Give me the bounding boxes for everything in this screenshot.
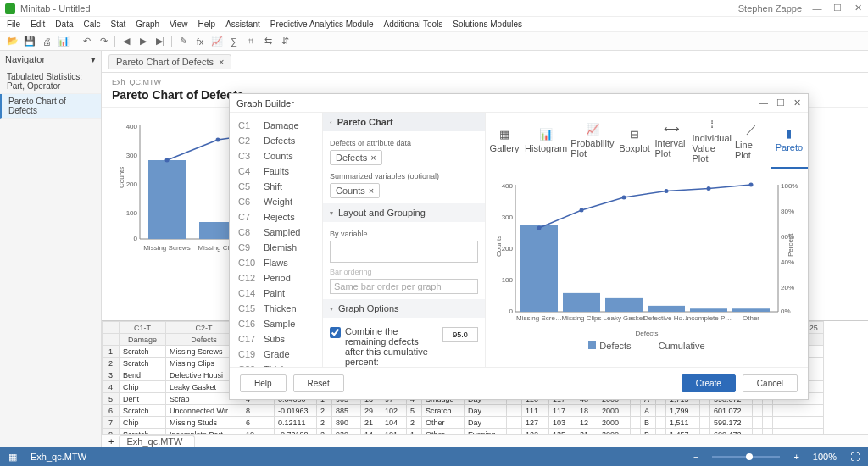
cumulative-percent-input[interactable] [442, 327, 478, 342]
menu-file[interactable]: File [7, 19, 20, 29]
chart-type-line-plot[interactable]: ／Line Plot [733, 113, 771, 169]
dialog-close-icon[interactable]: ✕ [793, 97, 801, 108]
chart-type-histogram[interactable]: 📊Histogram [523, 113, 569, 169]
svg-point-41 [749, 183, 754, 187]
menu-additional-tools[interactable]: Additional Tools [383, 19, 442, 29]
chart-type-boxplot[interactable]: ⊟Boxplot [615, 113, 653, 169]
column-item[interactable]: C4Faults [230, 164, 322, 179]
back-icon[interactable]: ‹ [330, 119, 332, 126]
column-item[interactable]: C15Thicken [230, 301, 322, 316]
svg-point-9 [165, 158, 170, 163]
menu-stat[interactable]: Stat [111, 19, 126, 29]
dialog-maximize-icon[interactable]: ☐ [776, 97, 785, 108]
column-item[interactable]: C3Counts [230, 148, 322, 164]
tool-icon-7[interactable]: ⇵ [279, 36, 291, 47]
nav-last-icon[interactable]: ▶| [154, 36, 166, 47]
svg-text:100: 100 [502, 276, 514, 284]
chip-remove-icon[interactable]: × [370, 153, 376, 163]
cancel-button[interactable]: Cancel [743, 374, 798, 392]
open-icon[interactable]: 📂 [7, 36, 19, 47]
status-sheets-icon[interactable]: ▦ [8, 452, 17, 463]
column-list[interactable]: C1DamageC2DefectsC3CountsC4FaultsC5Shift… [230, 113, 323, 367]
print-icon[interactable]: 🖨 [41, 36, 53, 47]
column-item[interactable]: C5Shift [230, 179, 322, 194]
sheet-tab[interactable]: Exh_qc.MTW [119, 435, 195, 447]
menu-view[interactable]: View [170, 19, 188, 29]
nav-back-icon[interactable]: ◀ [120, 36, 132, 47]
menu-predictive-analytics-module[interactable]: Predictive Analytics Module [270, 19, 374, 29]
sheet-add-icon[interactable]: + [108, 436, 114, 447]
tab-close-icon[interactable]: × [219, 57, 224, 67]
column-item[interactable]: C12Period [230, 270, 322, 286]
zoom-in-icon[interactable]: + [793, 452, 798, 462]
nav-item[interactable]: Pareto Chart of Defects [0, 94, 101, 119]
column-item[interactable]: C10Flaws [230, 255, 322, 270]
navigator-menu-icon[interactable]: ▾ [91, 54, 96, 65]
column-item[interactable]: C16Sample [230, 316, 322, 331]
tool-icon-1[interactable]: ✎ [177, 36, 189, 47]
column-item[interactable]: C9Blemish [230, 240, 322, 255]
menu-edit[interactable]: Edit [31, 19, 45, 29]
column-item[interactable]: C19Grade [230, 347, 322, 362]
chart-type-probability-plot[interactable]: 📈Probability Plot [569, 113, 615, 169]
layout-header: ▾Layout and Grouping [323, 203, 485, 222]
chart-icon[interactable]: 📊 [58, 36, 70, 47]
tool-icon-4[interactable]: ∑ [228, 36, 240, 47]
undo-icon[interactable]: ↶ [81, 36, 92, 47]
zoom-out-icon[interactable]: − [693, 452, 698, 462]
menu-data[interactable]: Data [55, 19, 73, 29]
save-icon[interactable]: 💾 [24, 36, 36, 47]
byvar-input[interactable] [330, 241, 478, 263]
column-item[interactable]: C7Rejects [230, 209, 322, 225]
chart-type-interval-plot[interactable]: ⟷Interval Plot [653, 113, 690, 169]
svg-rect-30 [520, 225, 558, 312]
tool-icon-2[interactable]: fx [194, 36, 206, 47]
minimize-button[interactable]: — [812, 3, 822, 14]
reset-button[interactable]: Reset [293, 374, 344, 392]
nav-item[interactable]: Tabulated Statistics: Part, Operator [0, 69, 101, 94]
svg-text:200: 200 [502, 245, 514, 252]
summ-chip[interactable]: Counts× [330, 183, 380, 198]
menu-assistant[interactable]: Assistant [225, 19, 260, 29]
column-item[interactable]: C14Paint [230, 286, 322, 301]
svg-point-38 [622, 196, 626, 200]
help-button[interactable]: Help [240, 374, 287, 392]
svg-text:400: 400 [126, 123, 138, 130]
menu-calc[interactable]: Calc [83, 19, 100, 29]
chart-type-gallery[interactable]: ▦Gallery [486, 113, 523, 169]
menu-graph[interactable]: Graph [136, 19, 159, 29]
column-item[interactable]: C1Damage [230, 118, 322, 133]
combine-checkbox[interactable]: Combine the remaining defects after this… [330, 326, 478, 367]
column-item[interactable]: C17Subs [230, 331, 322, 347]
column-item[interactable]: C8Sampled [230, 225, 322, 240]
chart-type-pareto[interactable]: ▮Pareto [771, 113, 808, 169]
create-button[interactable]: Create [682, 374, 736, 392]
maximize-button[interactable]: ☐ [832, 3, 843, 14]
nav-fwd-icon[interactable]: ▶ [137, 36, 149, 47]
byvar-label: By variable [330, 230, 478, 238]
column-item[interactable]: C6Weight [230, 194, 322, 209]
tool-icon-6[interactable]: ⇆ [262, 36, 274, 47]
column-item[interactable]: C2Defects [230, 133, 322, 148]
user-name: Stephen Zappe [738, 3, 802, 14]
chart-type-tabs: ▦Gallery📊Histogram📈Probability Plot⊟Boxp… [486, 113, 808, 169]
close-button[interactable]: ✕ [853, 3, 863, 14]
svg-rect-35 [732, 308, 770, 312]
chart-type-individual-value-plot[interactable]: ⁞Individual Value Plot [690, 113, 732, 169]
svg-rect-33 [648, 306, 685, 312]
chip-remove-icon[interactable]: × [369, 186, 374, 196]
options-header: ▾Graph Options [323, 299, 485, 318]
chart-legend: Defects Cumulative [494, 341, 799, 351]
menu-solutions-modules[interactable]: Solutions Modules [453, 19, 522, 29]
menu-help[interactable]: Help [198, 19, 216, 29]
svg-text:100: 100 [126, 209, 138, 217]
expand-icon[interactable]: ⛶ [850, 452, 860, 462]
toolbar: 📂 💾 🖨 📊 ↶ ↷ ◀ ▶ ▶| ✎ fx 📈 ∑ ⌗ ⇆ ⇵ [0, 32, 868, 51]
preview-pane: ▦Gallery📊Histogram📈Probability Plot⊟Boxp… [486, 113, 808, 367]
tool-icon-3[interactable]: 📈 [211, 36, 223, 47]
doc-tab[interactable]: Pareto Chart of Defects× [108, 54, 231, 69]
dialog-minimize-icon[interactable]: — [759, 97, 768, 108]
attr-chip[interactable]: Defects× [330, 150, 382, 165]
tool-icon-5[interactable]: ⌗ [245, 36, 257, 47]
redo-icon[interactable]: ↷ [97, 36, 109, 47]
